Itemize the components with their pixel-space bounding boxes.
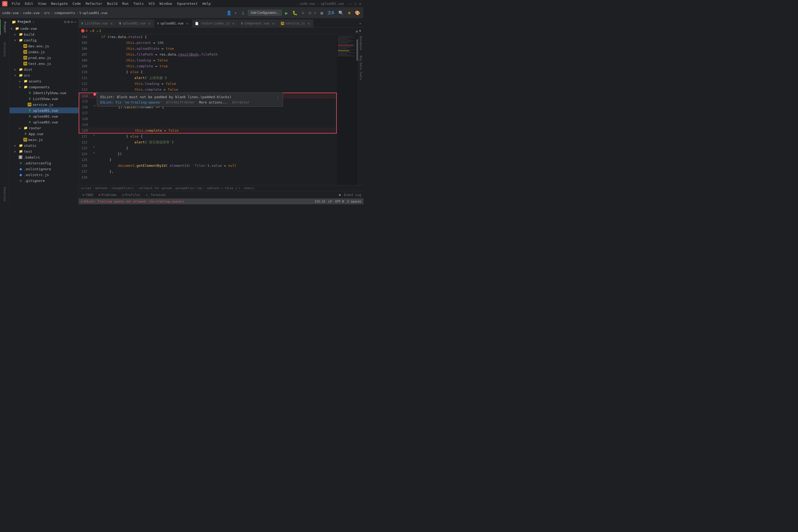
tab-upload02[interactable]: V upload02.vue ✕ [116,19,154,27]
tree-item-dist[interactable]: ▶ 📁 dist [10,66,78,72]
tab-close-icon[interactable]: ✕ [231,21,235,25]
tree-item-app[interactable]: V App.vue [10,131,78,137]
settings-icon[interactable]: 🎨 [354,10,361,16]
lint-menu-button[interactable]: ⋮ [276,95,280,99]
indent[interactable]: 2 spaces [347,200,361,203]
sidebar-structure-icon[interactable]: Structure [0,41,10,57]
tab-close-icon[interactable]: ✕ [185,21,189,25]
tree-item-eslintrc[interactable]: ● .eslintrc.js [10,172,78,178]
tab-close-icon[interactable]: ✕ [306,21,311,25]
coverage-button[interactable]: ⊙ [301,10,306,16]
menu-help[interactable]: Help [200,1,213,6]
sidebar-project-icon[interactable]: Project [0,19,10,35]
tree-item-service[interactable]: JS service.js [10,101,78,108]
tab-more-button[interactable]: ▾ [357,19,363,27]
user-icon[interactable]: 👤 ▾ [225,10,238,16]
menu-file[interactable]: File [10,1,22,6]
tree-item-babelrc[interactable]: B .babelrc [10,154,78,160]
menu-edit[interactable]: Edit [23,1,35,6]
tab-service[interactable]: JS service.js ✕ [278,19,314,27]
tree-item-gitignore[interactable]: ⊟ .gitignore [10,178,78,184]
menu-tools[interactable]: Tools [131,1,146,6]
breadcrumb-code-vue-1[interactable]: code-vue [2,11,19,15]
tree-item-test[interactable]: ▶ 📁 test [10,148,78,154]
sidebar-favorites-icon[interactable]: Favorites [0,186,10,202]
tree-item-upload03[interactable]: V upload03.vue [10,119,78,125]
close-button[interactable]: ✕ [359,2,361,6]
tree-item-prod-env[interactable]: JS prod.env.js [10,55,78,61]
event-log-label[interactable]: Event Log [344,193,361,197]
tree-item-identifyshow[interactable]: V IdentifyShow.vue [10,90,78,96]
circle-icon: ● [19,173,23,177]
stop-button[interactable]: ■ [320,10,324,16]
debug-button[interactable]: 🐛 [291,10,299,16]
tree-item-code-vue[interactable]: ▼ 📁 code-vue [10,25,78,32]
menu-view[interactable]: View [36,1,49,6]
menu-build[interactable]: Build [105,1,120,6]
minimize-button[interactable]: — [349,2,352,6]
menu-refactor[interactable]: Refactor [83,1,104,6]
profiler-tab[interactable]: ◷ Profiler [120,193,142,197]
next-error-button[interactable]: ▼ [359,29,361,33]
tree-item-test-env[interactable]: JS test.env.js [10,61,78,66]
more-run-button[interactable]: ⊡ ▾ [307,10,317,16]
encoding[interactable]: UTF-8 [335,200,344,203]
code-editor[interactable]: 104 if (res.data.status) { 105 this.perc… [79,34,337,185]
tree-item-static[interactable]: ▶ 📁 static [10,142,78,148]
tree-item-build[interactable]: ▶ 📁 build [10,32,78,37]
todo-tab[interactable]: ≡ TODO [81,193,95,197]
menu-vcs[interactable]: VCS [146,1,157,6]
tree-item-config[interactable]: ▼ 📁 config [10,37,78,43]
tree-item-components[interactable]: ▼ 📁 components [10,84,78,90]
menu-code[interactable]: Code [71,1,83,6]
git-pull-icon[interactable]: ⤓ [240,10,246,16]
tree-item-upload02[interactable]: V upload02.vue [10,113,78,119]
search-icon[interactable]: 🔍 [337,10,345,16]
expand-all-icon[interactable]: ⊞ [68,20,70,24]
tab-listshow[interactable]: V ListShow.vue ✕ [79,19,116,27]
tree-item-eslintignore[interactable]: ● .eslintignore [10,166,78,172]
run-button[interactable]: ▶ [284,10,289,16]
tree-item-index-js[interactable]: JS index.js [10,49,78,55]
add-configuration-button[interactable]: Add Configuration... [248,10,282,16]
menu-squaretest[interactable]: Squaretest [175,1,200,6]
big-data-tools-label[interactable]: Big Data Tools [359,56,363,80]
tab-close-icon[interactable]: ✕ [109,21,114,25]
notification-icon[interactable]: ⊕ [347,10,352,16]
menu-run[interactable]: Run [120,1,131,6]
breadcrumb-file[interactable]: upload01.vue [82,11,108,15]
minimap-line [338,50,349,51]
database-label[interactable]: Database [359,36,363,50]
lint-more-actions-link[interactable]: More actions... [199,100,228,104]
menu-navigate[interactable]: Navigate [49,1,70,6]
terminal-tab[interactable]: >_ Terminal [144,193,168,197]
tab-component[interactable]: V Component.vue ✕ [238,19,278,27]
settings-tree-icon[interactable]: ⚙ [71,20,73,24]
tree-item-router[interactable]: ▶ 📁 router [10,125,78,131]
translate-icon[interactable]: 文A [326,10,336,16]
problems-tab[interactable]: ⊙ Problems [97,193,118,197]
breadcrumb-code-vue-2[interactable]: code-vue [23,11,40,15]
tab-router-index[interactable]: 📄 router\index.js ✕ [192,19,238,27]
tab-close-icon[interactable]: ✕ [147,21,152,25]
breadcrumb-src[interactable]: src [44,11,50,15]
close-tree-icon[interactable]: — [74,20,76,24]
tree-item-listshow[interactable]: V ListShow.vue [10,96,78,101]
minimap-viewport[interactable] [357,39,358,61]
tree-item-assets[interactable]: ▶ 📁 assets [10,78,78,84]
breadcrumb-components[interactable]: components [54,11,75,15]
tree-item-editorconfig[interactable]: ⚙ .editorconfig [10,160,78,166]
maximize-button[interactable]: ❐ [354,2,356,6]
lint-fix-link[interactable]: ESLint: Fix 'no-trailing-spaces' [100,100,162,104]
project-dropdown-icon[interactable]: ▾ [33,20,35,24]
menu-window[interactable]: Window [157,1,174,6]
tree-item-upload01[interactable]: V upload01.vue [10,108,78,113]
tree-item-src[interactable]: ▼ 📁 src [10,72,78,78]
collapse-all-icon[interactable]: ⊟ [64,20,66,24]
line-ending[interactable]: LF [328,200,332,203]
prev-error-button[interactable]: ▲ [356,29,358,33]
tab-close-icon[interactable]: ✕ [271,21,275,25]
tab-upload01[interactable]: V upload01.vue ✕ [155,19,192,27]
tree-item-main-js[interactable]: JS main.js [10,137,78,142]
tree-item-dev-env[interactable]: JS dev.env.js [10,43,78,49]
